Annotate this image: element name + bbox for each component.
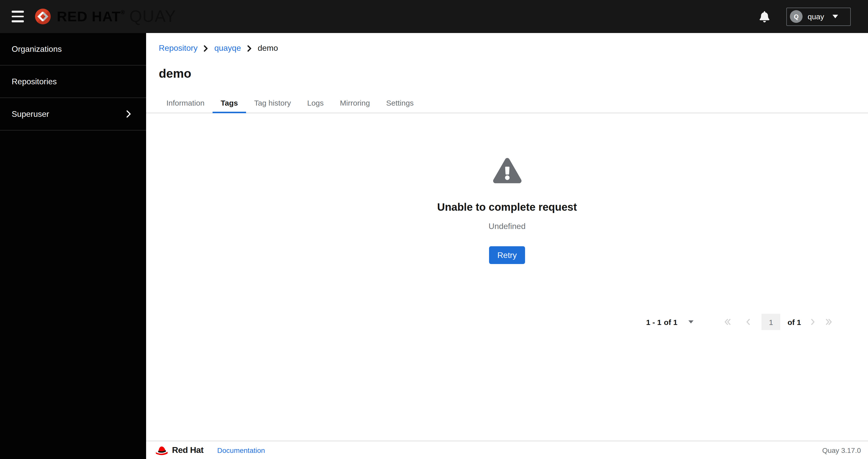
first-page-button[interactable] xyxy=(721,314,734,330)
footer: Red Hat Documentation Quay 3.17.0 xyxy=(146,441,868,459)
tab-bar: Information Tags Tag history Logs Mirror… xyxy=(146,92,868,113)
sidebar-item-organizations[interactable]: Organizations xyxy=(0,33,146,65)
sidebar-item-superuser[interactable]: Superuser xyxy=(0,98,146,131)
footer-brand-wordmark: Red Hat xyxy=(172,445,204,455)
breadcrumb-link-repository[interactable]: Repository xyxy=(159,44,197,53)
hamburger-icon xyxy=(12,21,24,22)
quay-gem-icon xyxy=(34,8,51,25)
pagination-range-of: of 1 xyxy=(664,318,677,326)
sidebar-item-label: Organizations xyxy=(12,45,62,54)
tab-tag-history[interactable]: Tag history xyxy=(246,92,299,113)
chevron-right-icon xyxy=(204,45,208,52)
quay-app: RED HAT® QUAY Q quay Organizati xyxy=(0,0,868,459)
page-body: Organizations Repositories Superuser Rep… xyxy=(0,33,868,459)
brand-logo[interactable]: RED HAT® QUAY xyxy=(34,7,176,26)
main-content: Repository quayqe demo demo Information … xyxy=(146,33,868,459)
page-title: demo xyxy=(159,66,868,81)
sidebar-item-label: Repositories xyxy=(12,77,57,86)
pagination-nav: of 1 xyxy=(721,314,836,330)
retry-button[interactable]: Retry xyxy=(489,246,525,264)
chevron-right-icon xyxy=(247,45,252,52)
masthead-toolbar: Q quay xyxy=(757,7,868,26)
empty-state-title: Unable to complete request xyxy=(437,201,577,213)
registered-mark: ® xyxy=(121,9,125,15)
tab-tags[interactable]: Tags xyxy=(213,92,246,113)
redhat-fedora-icon xyxy=(155,445,168,455)
caret-down-icon xyxy=(689,320,694,323)
pagination-total: of 1 xyxy=(787,318,801,326)
brand-wordmark: RED HAT® QUAY xyxy=(57,7,176,26)
current-page-input[interactable] xyxy=(762,314,780,330)
caret-down-icon xyxy=(832,15,838,18)
chevron-right-icon xyxy=(126,110,131,118)
previous-page-button[interactable] xyxy=(741,314,755,330)
tab-logs[interactable]: Logs xyxy=(299,92,332,113)
error-empty-state: Unable to complete request Undefined Ret… xyxy=(146,158,868,264)
pagination-range: 1 - 1 xyxy=(646,318,661,326)
app-version: Quay 3.17.0 xyxy=(822,446,861,454)
documentation-link[interactable]: Documentation xyxy=(217,446,265,454)
masthead: RED HAT® QUAY Q quay xyxy=(0,0,868,33)
tab-information[interactable]: Information xyxy=(158,92,213,113)
user-name: quay xyxy=(808,12,824,21)
nav-toggle-button[interactable] xyxy=(5,5,28,28)
angle-double-right-icon xyxy=(826,318,833,325)
empty-state-description: Undefined xyxy=(489,222,526,231)
warning-triangle-icon xyxy=(493,158,521,183)
angle-left-icon xyxy=(746,318,750,325)
bell-icon xyxy=(759,11,770,22)
tab-settings[interactable]: Settings xyxy=(378,92,422,113)
brand-redhat-text: RED HAT xyxy=(57,8,121,25)
user-menu-button[interactable]: Q quay xyxy=(786,7,851,26)
breadcrumb: Repository quayqe demo xyxy=(146,33,868,53)
notifications-button[interactable] xyxy=(757,9,772,24)
user-avatar: Q xyxy=(790,10,803,23)
breadcrumb-link-quayqe[interactable]: quayqe xyxy=(214,44,241,53)
hamburger-icon xyxy=(12,16,24,18)
brand-quay-text: QUAY xyxy=(129,7,176,26)
next-page-button[interactable] xyxy=(806,314,819,330)
last-page-button[interactable] xyxy=(823,314,836,330)
sidebar-item-repositories[interactable]: Repositories xyxy=(0,65,146,98)
angle-double-left-icon xyxy=(724,318,731,325)
per-page-menu-toggle[interactable]: 1 - 1 of 1 xyxy=(646,318,693,326)
breadcrumb-current: demo xyxy=(258,44,278,53)
hamburger-icon xyxy=(12,11,24,13)
sidebar-item-label: Superuser xyxy=(12,109,49,119)
tab-mirroring[interactable]: Mirroring xyxy=(332,92,378,113)
angle-right-icon xyxy=(810,318,815,325)
pagination: 1 - 1 of 1 xyxy=(146,314,868,330)
sidebar-nav: Organizations Repositories Superuser xyxy=(0,33,146,459)
